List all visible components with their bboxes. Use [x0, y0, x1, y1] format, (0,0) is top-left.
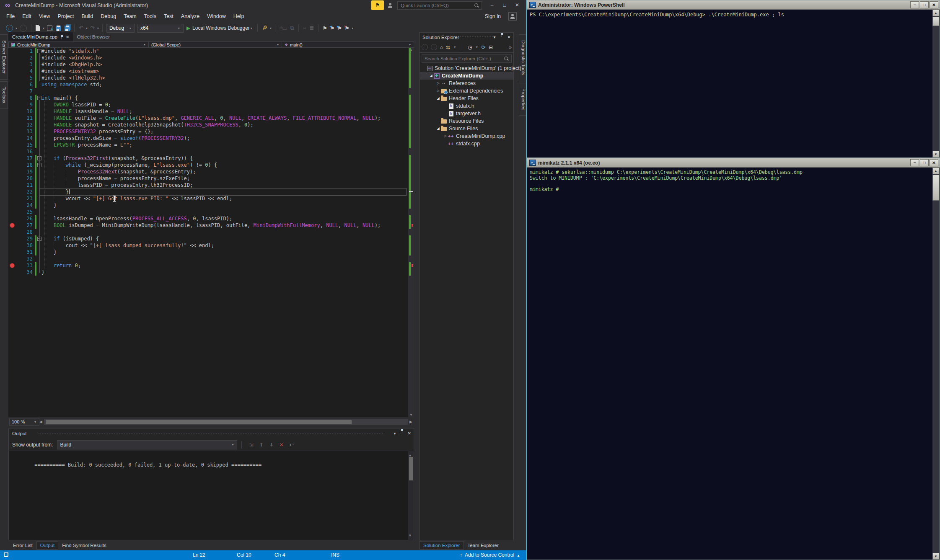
output-panel-header[interactable]: Output ▾ ✕ — [9, 428, 414, 439]
tree-item-stdafx-h[interactable]: hstdafx.h — [420, 102, 513, 110]
breakpoint-margin[interactable] — [8, 262, 16, 269]
forward-icon[interactable]: → — [431, 44, 437, 50]
scrollbar-thumb[interactable] — [46, 420, 352, 424]
scroll-right-icon[interactable]: ▶ — [409, 420, 412, 424]
code-line[interactable]: 11 HANDLE outFile = CreateFile(L"lsass.d… — [8, 115, 414, 121]
code-line[interactable]: 25 — [8, 209, 414, 215]
code-line[interactable]: 32 — [8, 255, 414, 262]
panel-tab-find-symbol-results[interactable]: Find Symbol Results — [58, 541, 110, 550]
document-tab[interactable]: Object Browser — [73, 32, 114, 41]
navigate-back-icon[interactable]: ← — [6, 25, 13, 32]
navigate-forward-icon[interactable]: → — [20, 25, 27, 32]
breakpoint-margin[interactable] — [8, 188, 16, 195]
close-button[interactable]: ✕ — [930, 1, 938, 8]
code-line[interactable]: 27 BOOL isDumped = MiniDumpWriteDump(lsa… — [8, 222, 414, 229]
undo-icon[interactable]: ↶ — [79, 24, 83, 32]
code-line[interactable]: 10 HANDLE lsassHandle = NULL; — [8, 108, 414, 115]
back-icon[interactable]: ← — [422, 44, 428, 50]
code-line[interactable]: 21 lsassPID = processEntry.th32ProcessID… — [8, 182, 414, 188]
tree-item-external-dependencies[interactable]: ▷External Dependencies — [420, 87, 513, 95]
save-icon[interactable] — [56, 26, 61, 31]
fold-collapse-icon[interactable]: − — [37, 96, 41, 100]
code-line[interactable]: 16 — [8, 148, 414, 155]
scroll-down-icon[interactable]: ▼ — [932, 553, 939, 560]
scroll-down-icon[interactable]: ▼ — [409, 532, 411, 539]
code-line[interactable]: 8−int main() { — [8, 95, 414, 101]
breakpoint-margin[interactable] — [8, 81, 16, 88]
menu-tools[interactable]: Tools — [140, 11, 160, 21]
breakpoint-margin[interactable] — [8, 175, 16, 182]
clear-bookmarks-icon[interactable]: ⚑✕ — [344, 25, 350, 31]
minimize-button[interactable]: – — [910, 159, 919, 166]
sign-in-link[interactable]: Sign in — [485, 13, 501, 19]
code-line[interactable]: 19 Process32Next(snapshot, &processEntry… — [8, 168, 414, 175]
breakpoint-margin[interactable] — [8, 108, 16, 115]
redo-icon[interactable]: ↷ — [90, 24, 95, 32]
scroll-left-icon[interactable]: ◀ — [39, 420, 42, 424]
code-line[interactable]: 33 return 0; — [8, 262, 414, 269]
add-item-icon[interactable] — [47, 26, 52, 31]
breakpoint-margin[interactable] — [8, 75, 16, 81]
scroll-up-icon[interactable]: ▲ — [932, 10, 939, 16]
breakpoint-margin[interactable] — [8, 222, 16, 229]
breakpoint-margin[interactable] — [8, 255, 16, 262]
menu-team[interactable]: Team — [120, 11, 140, 21]
code-line[interactable]: 34} — [8, 269, 414, 276]
editor-horizontal-scrollbar[interactable] — [44, 419, 408, 425]
pin-icon[interactable] — [500, 33, 503, 37]
editor-zoom-dropdown[interactable]: 100 %▾ — [9, 418, 39, 426]
menu-window[interactable]: Window — [203, 11, 229, 21]
breakpoint-icon[interactable] — [10, 223, 15, 228]
code-line[interactable]: 13 PROCESSENTRY32 processEntry = {}; — [8, 128, 414, 135]
panel-tab-error-list[interactable]: Error List — [9, 541, 36, 550]
collapse-icon[interactable]: ◢ — [436, 125, 440, 132]
code-line[interactable]: 5#include <TlHelp32.h> — [8, 75, 414, 81]
scope-dropdown[interactable]: (Global Scope)▾ — [149, 42, 282, 47]
code-line[interactable]: 28 — [8, 229, 414, 235]
breakpoint-margin[interactable] — [8, 121, 16, 128]
chevron-down-icon[interactable]: ▾ — [43, 26, 44, 30]
output-scrollbar[interactable]: ▲ ▼ — [408, 451, 414, 540]
breakpoint-margin[interactable] — [8, 162, 16, 168]
breakpoint-margin[interactable] — [8, 269, 16, 276]
breakpoint-margin[interactable] — [8, 202, 16, 209]
code-line[interactable]: 14 processEntry.dwSize = sizeof(PROCESSE… — [8, 135, 414, 142]
member-dropdown[interactable]: ❖ main()▾ — [282, 42, 414, 47]
notifications-flag-icon[interactable]: ⚑ — [371, 0, 384, 10]
solution-explorer-search-input[interactable]: Search Solution Explorer (Ctrl+;) — [422, 54, 512, 63]
code-line[interactable]: 12 HANDLE snapshot = CreateToolhelp32Sna… — [8, 121, 414, 128]
chevron-down-icon[interactable]: ▾ — [352, 26, 353, 30]
collapse-all-icon[interactable]: ⊟ — [489, 44, 493, 50]
panel-tab-output[interactable]: Output — [36, 541, 59, 550]
code-line[interactable]: 6using namespace std; — [8, 81, 414, 88]
breakpoint-margin[interactable] — [8, 68, 16, 75]
code-line[interactable]: 7 — [8, 88, 414, 95]
breakpoint-margin[interactable] — [8, 168, 16, 175]
tree-item-stdafx-cpp[interactable]: ++stdafx.cpp — [420, 140, 513, 147]
minimize-button[interactable]: – — [910, 1, 919, 8]
editor-vertical-scrollbar[interactable]: ▲ ▼ — [408, 48, 414, 417]
code-line[interactable]: 2#include <windows.h> — [8, 54, 414, 61]
quick-launch-input[interactable]: Quick Launch (Ctrl+Q) — [397, 1, 482, 10]
code-line[interactable]: 24 } — [8, 202, 414, 209]
document-tab[interactable]: CreateMiniDump.cpp✕ — [8, 32, 73, 41]
code-line[interactable]: 1−#include "stdafx.h" — [8, 48, 414, 54]
sidebar-tab-toolbox[interactable]: Toolbox — [0, 81, 8, 109]
code-line[interactable]: 30 cout << "[+] lsass dumped successfull… — [8, 242, 414, 249]
solution-explorer-header[interactable]: Solution Explorer ▾ ✕ — [420, 33, 513, 42]
breakpoint-margin[interactable] — [8, 148, 16, 155]
breakpoint-margin[interactable] — [8, 195, 16, 202]
tree-item-resource-files[interactable]: Resource Files — [420, 117, 513, 125]
powershell-content[interactable]: PS C:\experiments\CreateMiniDump\CreateM… — [527, 10, 932, 157]
tree-item-references[interactable]: ▷▪▪References — [420, 80, 513, 87]
close-icon[interactable]: ✕ — [408, 428, 411, 439]
output-source-dropdown[interactable]: Build▾ — [57, 440, 237, 449]
breakpoint-margin[interactable] — [8, 115, 16, 121]
code-line[interactable]: 26 lsassHandle = OpenProcess(PROCESS_ALL… — [8, 215, 414, 222]
panel-tab-solution-explorer[interactable]: Solution Explorer — [420, 541, 464, 550]
powershell-title-bar[interactable]: >_ Administrator: Windows PowerShell – □… — [527, 0, 940, 10]
breakpoint-margin[interactable] — [8, 142, 16, 148]
word-wrap-icon[interactable]: ↩ — [290, 442, 294, 448]
expand-icon[interactable]: ▷ — [436, 87, 440, 95]
scrollbar-thumb[interactable] — [932, 17, 939, 26]
